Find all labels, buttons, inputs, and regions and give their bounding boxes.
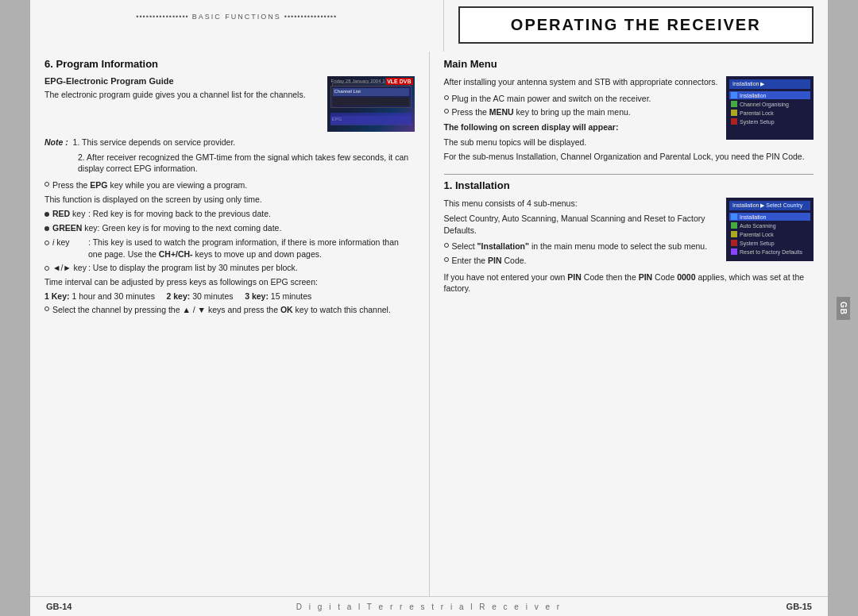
install-header: Installation ▶ Select Country — [729, 201, 810, 210]
epg-block: EPG-Electronic Program Guide The electro… — [44, 76, 415, 132]
main-menu-screen: Installation ▶ Installation Channel Orga… — [726, 76, 814, 140]
sidebar-left — [0, 0, 30, 616]
installation-title: 1. Installation — [444, 179, 814, 191]
install-item-2: Auto Scanning — [729, 221, 810, 229]
epg-press-bullet: Press the EPG key while you are viewing … — [44, 179, 415, 191]
footer-page-left: GB-14 — [46, 602, 72, 611]
install-icon-4 — [731, 240, 737, 246]
top-header: •••••••••••••••• BASIC FUNCTIONS •••••••… — [30, 0, 828, 52]
bullet-circle-r3 — [444, 243, 449, 248]
menu-header-label: Installation ▶ — [729, 79, 810, 89]
bullet-circle-r2 — [444, 109, 449, 114]
content-wrapper: 6. Program Information EPG-Electronic Pr… — [30, 52, 828, 596]
epg-subtitle: EPG-Electronic Program Guide — [44, 76, 319, 86]
section-separator — [444, 174, 814, 175]
menu-icon-3 — [731, 110, 737, 116]
menu-icon-1 — [731, 92, 737, 98]
function-note: This function is displayed on the screen… — [44, 194, 415, 206]
main-content: •••••••••••••••• BASIC FUNCTIONS •••••••… — [30, 0, 828, 616]
sidebar-right: GB — [828, 0, 858, 616]
menu-item-installation: Installation — [729, 91, 810, 99]
install-item-1: Installation — [729, 213, 810, 221]
bullet-circle-4 — [44, 306, 49, 311]
menu-icon-4 — [731, 118, 737, 125]
submenu-desc: For the sub-menus Installation, Channel … — [444, 151, 814, 163]
bullet-circle-1 — [44, 182, 49, 187]
select-channel-bullet: Select the channel by pressing the ▲ / ▼… — [44, 304, 415, 316]
installation-image-wrapper: Installation ▶ Select Country Installati… — [726, 198, 814, 261]
bullet-circle-2 — [44, 241, 49, 245]
page-title: OPERATING THE RECEIVER — [476, 16, 797, 34]
main-menu-image: Installation ▶ Installation Channel Orga… — [726, 76, 814, 140]
bullet-circle-r1 — [444, 95, 449, 100]
pin-note: If you have not entered your own PIN Cod… — [444, 271, 814, 295]
note-label: Note : — [44, 137, 68, 147]
install-icon-1 — [731, 214, 737, 220]
install-item-5: Reset to Factory Defaults — [729, 248, 810, 256]
epg-text: EPG-Electronic Program Guide The electro… — [44, 76, 319, 132]
main-menu-title: Main Menu — [444, 58, 814, 70]
green-key-row: GREEN key : Green key is for moving to t… — [44, 222, 415, 234]
epg-image: Friday 28 January 2004 10:00 Channel Lis… — [327, 76, 415, 132]
epg-description: The electronic program guide gives you a… — [44, 89, 319, 101]
install-bullet-2: Enter the PIN Code. — [444, 255, 719, 267]
section-6-title: 6. Program Information — [44, 58, 415, 70]
main-menu-block: Installation ▶ Installation Channel Orga… — [444, 76, 814, 169]
breadcrumb: •••••••••••••••• BASIC FUNCTIONS •••••••… — [44, 6, 429, 24]
footer-page-right: GB-15 — [786, 602, 812, 611]
bullet-filled-2 — [44, 226, 49, 231]
menu-item-parental: Parental Lock — [729, 109, 810, 117]
menu-key-bullet: Press the MENU key to bring up the main … — [444, 106, 719, 118]
epg-label: VLE DVB — [385, 78, 412, 85]
install-item-4: System Setup — [729, 239, 810, 247]
install-screen-inner: Installation ▶ Select Country Installati… — [726, 198, 814, 261]
breadcrumb-text: BASIC FUNCTIONS — [192, 13, 281, 21]
footer-center: D i g i t a l T e r r e s t r i a l R e … — [296, 603, 562, 611]
right-header: OPERATING THE RECEIVER — [444, 0, 829, 52]
menu-screen-inner: Installation ▶ Installation Channel Orga… — [726, 76, 814, 140]
installation-screen: Installation ▶ Select Country Installati… — [726, 198, 814, 261]
red-key-row: RED key : Red key is for moving back to … — [44, 208, 415, 220]
i-key-row: i key : This key is used to watch the pr… — [44, 237, 415, 260]
keys-row: 1 Key: 1 hour and 30 minutes 2 key: 30 m… — [44, 291, 415, 301]
plug-in-bullet: Plug in the AC main power and switch on … — [444, 93, 719, 105]
breadcrumb-dots-left: •••••••••••••••• — [136, 13, 188, 21]
right-column: Main Menu Installation ▶ Installation — [430, 52, 829, 596]
arrow-key-row: ◄/► key : Use to display the program lis… — [44, 262, 415, 274]
install-icon-5 — [731, 248, 737, 255]
bullet-filled-1 — [44, 212, 49, 217]
menu-item-organising: Channel Organising — [729, 100, 810, 108]
installation-block: Installation ▶ Select Country Installati… — [444, 198, 814, 298]
install-icon-3 — [731, 231, 737, 237]
footer: GB-14 D i g i t a l T e r r e s t r i a … — [30, 596, 828, 616]
install-bullet-1: Select "Installation" in the main menu m… — [444, 241, 719, 252]
breadcrumb-dots-right: •••••••••••••••• — [284, 13, 337, 21]
menu-item-system: System Setup — [729, 117, 810, 125]
install-item-3: Parental Lock — [729, 230, 810, 238]
left-column: 6. Program Information EPG-Electronic Pr… — [30, 52, 430, 596]
gb-badge: GB — [837, 297, 850, 320]
install-icon-2 — [731, 222, 737, 229]
note-block: Note : 1. This service depends on servic… — [44, 137, 415, 175]
bullet-circle-r4 — [444, 257, 449, 262]
time-interval-note: Time interval can be adjusted by press k… — [44, 276, 415, 288]
page-title-box: OPERATING THE RECEIVER — [458, 6, 814, 44]
bullet-circle-3 — [44, 266, 49, 271]
menu-icon-2 — [731, 101, 737, 107]
